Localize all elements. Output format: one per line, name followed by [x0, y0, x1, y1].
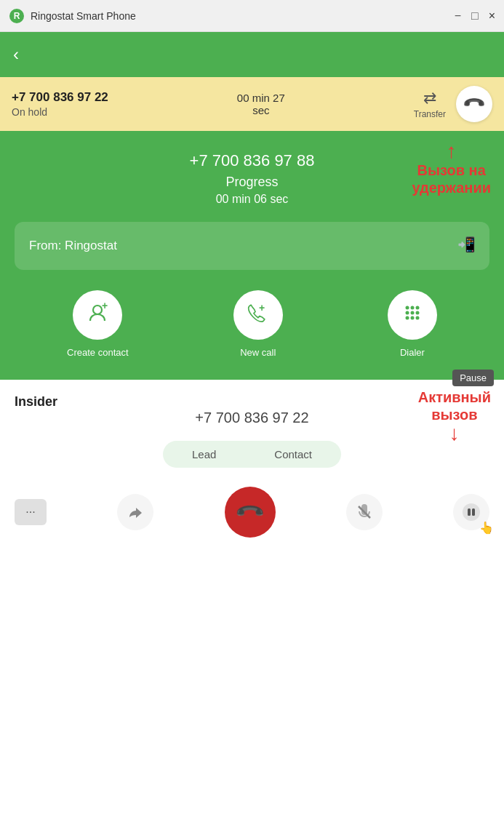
action-buttons: + Create contact + New call — [15, 290, 489, 358]
svg-point-8 — [410, 306, 414, 310]
mute-button[interactable] — [346, 494, 383, 530]
from-source-bar: From: Ringostat 📲 — [15, 222, 489, 270]
active-annotation-text: Активныйвызов — [418, 388, 491, 423]
insider-title: Insider — [15, 394, 57, 409]
app-title: Ringostat Smart Phone — [31, 10, 136, 22]
new-call-circle: + — [233, 290, 283, 340]
svg-point-17 — [463, 503, 480, 521]
insider-section: Активныйвызов ↓ Insider +7 700 836 97 22… — [0, 380, 504, 468]
minimize-button[interactable]: − — [455, 10, 461, 22]
on-hold-number: +7 700 836 97 22 — [12, 90, 108, 105]
svg-text:📲: 📲 — [457, 236, 475, 253]
new-call-button[interactable]: + New call — [233, 290, 283, 358]
back-button[interactable]: ‹ — [13, 44, 19, 65]
tab-row: Lead Contact — [15, 441, 489, 468]
svg-rect-19 — [472, 508, 475, 516]
transfer-button[interactable]: ⇄ Transfer — [414, 89, 446, 119]
svg-point-4 — [93, 306, 102, 314]
back-bar: ‹ — [0, 32, 504, 77]
new-call-label: New call — [240, 347, 276, 358]
svg-point-10 — [405, 311, 409, 315]
on-hold-timer: 00 min 27 sec — [237, 92, 285, 116]
transfer-call-icon[interactable]: 📲 — [455, 234, 475, 258]
transfer-label: Transfer — [414, 109, 446, 119]
chat-button[interactable]: ··· — [15, 499, 47, 525]
cursor-icon: 👆 — [479, 521, 494, 535]
pause-tooltip: Pause — [452, 370, 494, 386]
phone-hangup-icon: 📞 — [233, 496, 266, 529]
dialer-circle — [388, 290, 437, 340]
forward-button[interactable] — [117, 494, 153, 530]
title-bar: R Ringostat Smart Phone − □ × — [0, 0, 504, 32]
svg-text:+: + — [102, 302, 108, 311]
maximize-button[interactable]: □ — [471, 10, 479, 22]
lead-tab[interactable]: Lead — [163, 441, 245, 468]
dialer-button[interactable]: Dialer — [388, 290, 437, 358]
pause-button[interactable]: 👆 — [453, 494, 489, 530]
arrow-up-icon: ↑ — [447, 141, 457, 161]
title-bar-controls: − □ × — [455, 10, 495, 22]
on-hold-actions: ⇄ Transfer 📞 — [414, 86, 492, 122]
new-call-icon: + — [247, 302, 269, 328]
end-call-main-button[interactable]: 📞 — [225, 487, 276, 538]
active-call-section: ↑ Вызов наудержании +7 700 836 97 88 Pro… — [0, 131, 504, 380]
transfer-icon: ⇄ — [423, 89, 436, 108]
app-logo-icon: R — [9, 8, 25, 24]
title-bar-left: R Ringostat Smart Phone — [9, 8, 136, 24]
svg-point-15 — [415, 316, 419, 320]
create-contact-icon: + — [87, 302, 108, 328]
on-hold-banner: +7 700 836 97 22 On hold 00 min 27 sec ⇄… — [0, 77, 504, 131]
create-contact-button[interactable]: + Create contact — [67, 290, 129, 358]
chat-icon: ··· — [25, 506, 35, 519]
svg-text:R: R — [14, 11, 20, 21]
svg-point-12 — [415, 311, 419, 315]
svg-point-7 — [405, 306, 409, 310]
active-annotation: Активныйвызов ↓ — [418, 388, 491, 444]
create-contact-circle: + — [73, 290, 122, 340]
svg-point-14 — [410, 316, 414, 320]
phone-end-icon: 📞 — [462, 92, 487, 117]
on-hold-end-call-button[interactable]: 📞 — [456, 86, 492, 122]
svg-point-9 — [415, 306, 419, 310]
from-source-text: From: Ringostat — [29, 239, 117, 253]
dialer-icon — [401, 302, 423, 328]
arrow-down-icon: ↓ — [449, 423, 460, 444]
svg-point-13 — [405, 316, 409, 320]
svg-text:+: + — [259, 302, 265, 314]
bottom-controls: ··· 📞 👆 — [0, 479, 504, 552]
on-hold-status: On hold — [12, 106, 108, 118]
hold-annotation-text: Вызов наудержании — [412, 161, 491, 196]
dialer-label: Dialer — [400, 347, 425, 358]
create-contact-label: Create contact — [67, 347, 129, 358]
svg-rect-18 — [468, 508, 471, 516]
contact-tab[interactable]: Contact — [245, 441, 341, 468]
close-button[interactable]: × — [489, 10, 495, 22]
svg-point-11 — [410, 311, 414, 315]
hold-annotation: ↑ Вызов наудержании — [412, 141, 491, 196]
on-hold-info: +7 700 836 97 22 On hold — [12, 90, 108, 118]
